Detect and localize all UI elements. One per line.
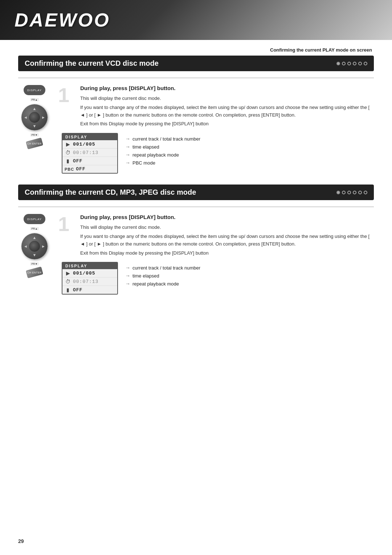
track-icon-1: ▶: [65, 141, 71, 147]
nav-arrows-1: ▲ ▼ ◄ ►: [21, 104, 48, 130]
dot1: [336, 62, 340, 65]
section1-display-header: DISPLAY: [62, 134, 117, 140]
ann3-arrow: →: [125, 152, 130, 158]
section1-step-title: During play, press [DISPLAY] button.: [80, 85, 374, 91]
section1-body: DISPLAY PR▲ ▲ ▼ ◄ ► PR▼ CH ENTER 1: [18, 83, 374, 174]
dot5: [358, 62, 362, 65]
section1-display-row3: ▮ OFF: [62, 157, 117, 165]
dot2-2: [342, 191, 346, 194]
dot3: [347, 62, 351, 65]
section2-para1: This will display the current disc mode.: [80, 224, 374, 231]
section2-display-panel: DISPLAY ▶ 001/005 ⏱ 00:07:13 ▮ OFF: [62, 262, 118, 295]
section1-track-value: 001/005: [73, 142, 95, 147]
section1-step-content: During play, press [DISPLAY] button. Thi…: [80, 85, 374, 129]
dot4: [353, 62, 356, 65]
ann1-arrow: →: [125, 136, 130, 142]
s2-ann2-arrow: →: [125, 273, 130, 279]
display-button-label-2: DISPLAY: [27, 218, 42, 221]
display-button-2[interactable]: DISPLAY: [24, 214, 45, 224]
section1-repeat-value: OFF: [73, 158, 82, 164]
section1-display-row1: ▶ 001/005: [62, 140, 117, 149]
section1-ann1: current track / total track number: [132, 136, 200, 142]
section2-ann2-row: → time elapsed: [125, 273, 200, 279]
header-logo: DAEWOO: [0, 0, 392, 40]
section1-para1: This will display the current disc mode.: [80, 95, 374, 102]
section2-divider: [18, 207, 374, 207]
section1-divider: [18, 78, 374, 78]
section1-ann3-row: → repeat playback mode: [125, 152, 200, 158]
section2-display-row3: ▮ OFF: [62, 286, 117, 294]
section2-ann1-row: → current track / total track number: [125, 265, 200, 271]
dot2-6: [364, 191, 367, 194]
dot2-5: [358, 191, 362, 194]
section1-ann2-row: → time elapsed: [125, 144, 200, 150]
nav-arrows-2: ▲ ▼ ◄ ►: [21, 233, 48, 259]
dot2: [342, 62, 346, 65]
nav-circle-1[interactable]: ▲ ▼ ◄ ►: [21, 104, 48, 130]
repeat-icon-1: ▮: [65, 158, 71, 164]
section2-track-value: 001/005: [73, 271, 95, 276]
prb-label: PR▼: [30, 133, 39, 137]
play-mode-subtitle: Confirming the current PLAY mode on scre…: [18, 47, 374, 53]
enter-label-2: CH ENTER: [27, 271, 42, 274]
section2-display-row1: ▶ 001/005: [62, 269, 117, 278]
section1-ann4: PBC mode: [132, 160, 155, 166]
section2-text-col: 1 During play, press [DISPLAY] button. T…: [58, 212, 374, 295]
page-content: Confirming the current PLAY mode on scre…: [0, 40, 392, 320]
section2-para3: Exit from this Display mode by pressing …: [80, 250, 374, 257]
section1-step-number: 1: [58, 85, 74, 105]
prb-label-2: PR▼: [30, 262, 39, 266]
section2-display-row2: ⏱ 00:07:13: [62, 278, 117, 286]
display-button[interactable]: DISPLAY: [24, 85, 45, 95]
section2-annotations: → current track / total track number → t…: [125, 262, 200, 287]
section1-header: Confirming the current VCD disc mode: [18, 56, 374, 71]
dot2-3: [347, 191, 351, 194]
arrow-left-1: ◄: [24, 115, 28, 119]
section1-para2: If you want to change any of the modes d…: [80, 104, 374, 119]
enter-button-2[interactable]: CH ENTER: [26, 267, 43, 279]
section1-annotations: → current track / total track number → t…: [125, 133, 200, 166]
section1-display-wrap: DISPLAY ▶ 001/005 ⏱ 00:07:13 ▮ OFF PBC: [62, 133, 374, 174]
nav-circle-2[interactable]: ▲ ▼ ◄ ►: [21, 233, 48, 259]
section2-step-number: 1: [58, 214, 74, 234]
dot6: [364, 62, 367, 65]
section1-title: Confirming the current VCD disc mode: [25, 59, 159, 68]
section1-pbc-row: PBC OFF: [62, 165, 117, 173]
section2-repeat-value: OFF: [73, 287, 82, 293]
section2-step-content: During play, press [DISPLAY] button. Thi…: [80, 214, 374, 258]
time-icon-1: ⏱: [65, 150, 71, 155]
pra-label-2: PR▲: [30, 227, 39, 230]
section1-step-row: 1 During play, press [DISPLAY] button. T…: [58, 85, 374, 129]
section1-ann2: time elapsed: [132, 144, 159, 150]
pbc-label-1: PBC: [65, 167, 74, 171]
pra-label: PR▲: [30, 98, 39, 101]
time-icon-2: ⏱: [65, 279, 71, 284]
section2-remote-col: DISPLAY PR▲ ▲ ▼ ◄ ► PR▼ CH ENTER: [18, 212, 51, 295]
track-icon-2: ▶: [65, 270, 71, 276]
section2-ann3-row: → repeat playback mode: [125, 281, 200, 287]
arrow-down-1: ▼: [33, 124, 37, 128]
section2-ann3: repeat playback mode: [132, 281, 179, 287]
section2-title: Confirming the current CD, MP3, JPEG dis…: [25, 188, 196, 197]
section2-display-header: DISPLAY: [62, 263, 117, 269]
s2-ann1-arrow: →: [125, 265, 130, 271]
ann4-arrow: →: [125, 160, 130, 166]
section1-text-col: 1 During play, press [DISPLAY] button. T…: [58, 83, 374, 174]
section2-step-row: 1 During play, press [DISPLAY] button. T…: [58, 214, 374, 258]
section2-ann1: current track / total track number: [132, 265, 200, 271]
ann2-arrow: →: [125, 144, 130, 150]
repeat-icon-2: ▮: [65, 287, 71, 293]
s2-ann3-arrow: →: [125, 281, 130, 287]
enter-label-1: CH ENTER: [27, 142, 42, 145]
display-button-label: DISPLAY: [27, 89, 42, 92]
section2-step-title: During play, press [DISPLAY] button.: [80, 214, 374, 220]
section1-remote-col: DISPLAY PR▲ ▲ ▼ ◄ ► PR▼ CH ENTER: [18, 83, 51, 174]
section1-time-value: 00:07:13: [73, 150, 98, 155]
enter-button-1[interactable]: CH ENTER: [26, 138, 43, 150]
section1-ann1-row: → current track / total track number: [125, 136, 200, 142]
arrow-up-2: ▲: [33, 235, 37, 240]
section1-ann4-row: → PBC mode: [125, 160, 200, 166]
section2-ann2: time elapsed: [132, 273, 159, 279]
arrow-left-2: ◄: [24, 244, 28, 248]
dot2-4: [353, 191, 356, 194]
